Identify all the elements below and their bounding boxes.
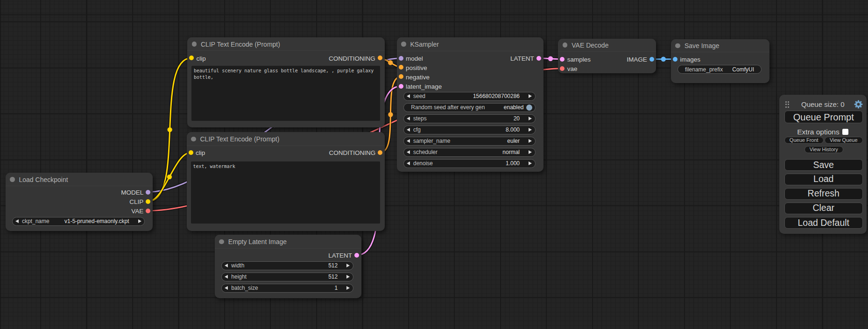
- input-port-clip[interactable]: [189, 56, 194, 60]
- clear-button[interactable]: Clear: [784, 203, 863, 214]
- settings-gear-icon[interactable]: [854, 100, 863, 109]
- widget-batch_size[interactable]: batch_size1: [221, 284, 353, 293]
- output-port-MODEL[interactable]: [146, 190, 150, 195]
- extra-options-checkbox[interactable]: [842, 129, 849, 135]
- node-empty-latent-image[interactable]: Empty Latent ImageLATENTwidth512height51…: [215, 235, 361, 298]
- prompt-textarea[interactable]: beautiful scenery nature glass bottle la…: [191, 66, 380, 121]
- decrement-arrow-icon[interactable]: [407, 161, 410, 165]
- node-collapse-dot-icon[interactable]: [563, 42, 568, 48]
- decrement-arrow-icon[interactable]: [407, 139, 410, 143]
- node-collapse-dot-icon[interactable]: [191, 137, 196, 142]
- node-clip-text-encode-negative[interactable]: CLIP Text Encode (Prompt)clipCONDITIONIN…: [187, 132, 385, 231]
- load-default-button[interactable]: Load Default: [784, 217, 863, 229]
- comfyui-canvas[interactable]: { "app": { "name": "ComfyUI graph editor…: [0, 0, 868, 329]
- queue-front-button[interactable]: Queue Front: [784, 137, 824, 144]
- node-collapse-dot-icon[interactable]: [192, 42, 197, 47]
- decrement-arrow-icon[interactable]: [225, 286, 228, 290]
- widget-height[interactable]: height512: [221, 273, 353, 281]
- output-port-LATENT[interactable]: [536, 56, 541, 61]
- widget-seed[interactable]: seed156680208700286: [403, 92, 536, 101]
- refresh-button[interactable]: Refresh: [784, 188, 863, 200]
- link-midpoint-dot[interactable]: [167, 127, 172, 132]
- input-port-positive[interactable]: [399, 65, 403, 70]
- widget-value: enabled: [485, 104, 523, 111]
- node-title: VAE Decode: [572, 42, 608, 49]
- widget-steps[interactable]: steps20: [403, 114, 536, 123]
- widget-denoise[interactable]: denoise1.000: [403, 159, 536, 168]
- widget-label: batch_size: [231, 285, 258, 291]
- save-button[interactable]: Save: [784, 159, 863, 171]
- output-port-CONDITIONING[interactable]: [378, 56, 382, 60]
- link-midpoint-dot[interactable]: [167, 175, 172, 179]
- node-title-bar[interactable]: CLIP Text Encode (Prompt): [187, 37, 385, 51]
- node-save-image[interactable]: Save Imageimagesfilename_prefixComfyUI: [671, 39, 769, 83]
- decrement-arrow-icon[interactable]: [225, 275, 228, 279]
- decrement-arrow-icon[interactable]: [225, 264, 228, 267]
- decrement-arrow-icon[interactable]: [407, 128, 410, 132]
- input-port-latent_image[interactable]: [399, 84, 403, 89]
- widget-cfg[interactable]: cfg8.000: [403, 126, 536, 134]
- increment-arrow-icon[interactable]: [529, 117, 532, 120]
- view-queue-button[interactable]: View Queue: [825, 137, 863, 144]
- increment-arrow-icon[interactable]: [529, 139, 532, 143]
- decrement-arrow-icon[interactable]: [407, 117, 410, 120]
- decrement-arrow-icon[interactable]: [15, 219, 19, 223]
- prompt-textarea[interactable]: text, watermark: [191, 161, 381, 224]
- widget-filename_prefix[interactable]: filename_prefixComfyUI: [677, 65, 762, 74]
- input-port-negative[interactable]: [399, 74, 403, 79]
- link-midpoint-dot[interactable]: [661, 57, 666, 62]
- input-slot-label: latent_image: [406, 83, 442, 90]
- link-midpoint-dot[interactable]: [548, 56, 553, 61]
- node-title-bar[interactable]: Empty Latent Image: [215, 235, 361, 248]
- output-port-VAE[interactable]: [146, 209, 150, 213]
- input-slot-label: vae: [567, 65, 578, 72]
- node-vae-decode[interactable]: VAE DecodesamplesvaeIMAGE: [558, 39, 656, 74]
- increment-arrow-icon[interactable]: [529, 94, 532, 98]
- output-port-LATENT[interactable]: [354, 253, 359, 258]
- node-clip-text-encode-positive[interactable]: CLIP Text Encode (Prompt)clipCONDITIONIN…: [187, 37, 385, 127]
- widget-scheduler[interactable]: schedulernormal: [403, 148, 536, 157]
- link-midpoint-dot[interactable]: [388, 112, 393, 117]
- decrement-arrow-icon[interactable]: [407, 94, 410, 98]
- increment-arrow-icon[interactable]: [529, 150, 532, 154]
- input-port-samples[interactable]: [560, 57, 565, 62]
- node-ksampler[interactable]: KSamplermodelpositivenegativelatent_imag…: [397, 37, 543, 172]
- increment-arrow-icon[interactable]: [346, 275, 350, 279]
- toggle-dot-icon[interactable]: [526, 105, 532, 111]
- widget-Random seed after every gen[interactable]: Random seed after every genenabled: [403, 103, 536, 112]
- input-port-clip[interactable]: [189, 150, 193, 155]
- node-title-bar[interactable]: VAE Decode: [558, 39, 656, 52]
- node-collapse-dot-icon[interactable]: [401, 42, 406, 47]
- output-port-CONDITIONING[interactable]: [378, 150, 382, 155]
- output-slot-label: CONDITIONING: [329, 149, 376, 156]
- node-collapse-dot-icon[interactable]: [10, 177, 15, 182]
- input-port-model[interactable]: [399, 56, 403, 61]
- queue-prompt-button[interactable]: Queue Prompt: [784, 111, 863, 123]
- view-history-button[interactable]: View History: [804, 146, 843, 153]
- input-port-vae[interactable]: [560, 66, 565, 71]
- input-port-images[interactable]: [673, 57, 677, 62]
- widget-value: 512: [247, 273, 338, 280]
- increment-arrow-icon[interactable]: [529, 161, 532, 165]
- widget-sampler_name[interactable]: sampler_nameeuler: [403, 137, 536, 146]
- link-midpoint-dot[interactable]: [388, 60, 393, 65]
- load-button[interactable]: Load: [784, 174, 863, 185]
- decrement-arrow-icon[interactable]: [407, 150, 410, 154]
- increment-arrow-icon[interactable]: [529, 128, 532, 132]
- node-title-bar[interactable]: Load Checkpoint: [6, 173, 153, 186]
- node-collapse-dot-icon[interactable]: [219, 239, 224, 245]
- node-title-bar[interactable]: CLIP Text Encode (Prompt): [187, 132, 385, 146]
- increment-arrow-icon[interactable]: [138, 219, 141, 223]
- widget-width[interactable]: width512: [221, 261, 353, 270]
- widget-ckpt_name[interactable]: ckpt_namev1-5-pruned-emaonly.ckpt: [12, 217, 145, 226]
- node-load-checkpoint[interactable]: Load CheckpointMODELCLIPVAEckpt_namev1-5…: [6, 173, 153, 231]
- node-title-bar[interactable]: KSampler: [397, 37, 543, 51]
- node-collapse-dot-icon[interactable]: [675, 43, 680, 49]
- output-slot-label: MODEL: [121, 189, 143, 196]
- output-port-IMAGE[interactable]: [649, 57, 654, 62]
- output-slot-label: CLIP: [129, 198, 143, 205]
- output-port-CLIP[interactable]: [146, 199, 150, 204]
- increment-arrow-icon[interactable]: [346, 286, 350, 290]
- increment-arrow-icon[interactable]: [346, 264, 350, 267]
- node-title-bar[interactable]: Save Image: [671, 39, 769, 52]
